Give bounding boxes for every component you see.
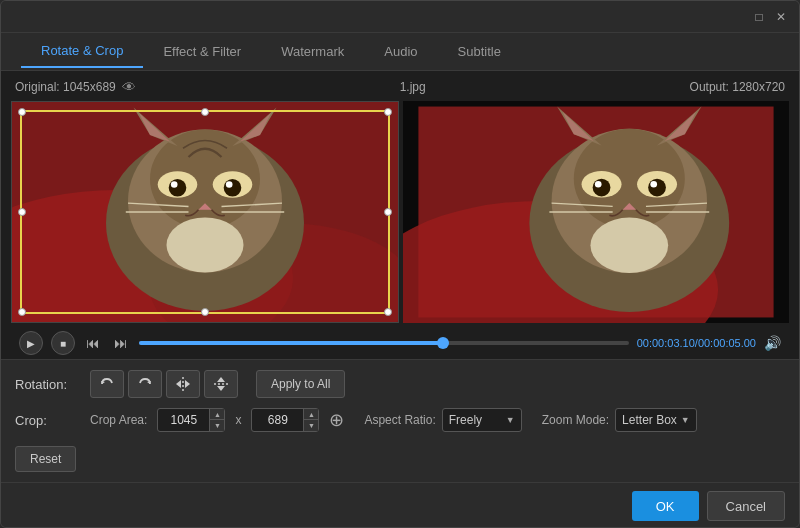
video-info-left: Original: 1045x689 👁 bbox=[15, 79, 136, 95]
filename-label: 1.jpg bbox=[400, 80, 426, 94]
crop-height-up[interactable]: ▲ bbox=[304, 409, 318, 420]
ok-button[interactable]: OK bbox=[632, 491, 699, 521]
aspect-ratio-value: Freely bbox=[449, 413, 482, 427]
crop-height-down[interactable]: ▼ bbox=[304, 420, 318, 431]
zoom-mode-select[interactable]: Letter Box ▼ bbox=[615, 408, 697, 432]
controls-area: Rotation: bbox=[1, 359, 799, 482]
output-size-label: Output: 1280x720 bbox=[690, 80, 785, 94]
play-icon: ▶ bbox=[27, 338, 35, 349]
aspect-ratio-label: Aspect Ratio: bbox=[364, 413, 435, 427]
eye-icon[interactable]: 👁 bbox=[122, 79, 136, 95]
time-current: 00:00:03.10 bbox=[637, 337, 695, 349]
volume-icon[interactable]: 🔊 bbox=[764, 335, 781, 351]
svg-point-31 bbox=[593, 179, 611, 197]
progress-bar[interactable] bbox=[139, 341, 629, 345]
zoom-mode-group: Zoom Mode: Letter Box ▼ bbox=[542, 408, 697, 432]
tab-subtitle[interactable]: Subtitle bbox=[438, 36, 521, 67]
crop-height-group: 689 ▲ ▼ bbox=[251, 408, 319, 432]
svg-marker-51 bbox=[217, 386, 225, 391]
crop-width-down[interactable]: ▼ bbox=[210, 420, 224, 431]
next-icon: ⏭ bbox=[114, 335, 128, 351]
flip-horizontal-button[interactable] bbox=[166, 370, 200, 398]
zoom-mode-label: Zoom Mode: bbox=[542, 413, 609, 427]
svg-point-9 bbox=[169, 179, 187, 197]
crop-area-label: Crop Area: bbox=[90, 413, 147, 427]
tab-audio[interactable]: Audio bbox=[364, 36, 437, 67]
rotate-ccw-button[interactable] bbox=[90, 370, 124, 398]
crop-height-arrows: ▲ ▼ bbox=[303, 409, 318, 431]
next-frame-button[interactable]: ⏭ bbox=[111, 333, 131, 353]
video-area: Original: 1045x689 👁 1.jpg Output: 1280x… bbox=[1, 71, 799, 359]
prev-frame-button[interactable]: ⏮ bbox=[83, 333, 103, 353]
play-button[interactable]: ▶ bbox=[19, 331, 43, 355]
playback-bar: ▶ ■ ⏮ ⏭ 00:00:03.10/00:00:05.00 🔊 bbox=[11, 327, 789, 359]
rotation-label: Rotation: bbox=[15, 377, 80, 392]
titlebar: □ ✕ bbox=[1, 1, 799, 33]
svg-point-28 bbox=[590, 218, 668, 273]
svg-point-6 bbox=[167, 218, 244, 273]
tab-effect-filter[interactable]: Effect & Filter bbox=[143, 36, 261, 67]
svg-point-33 bbox=[595, 181, 602, 188]
main-content: Original: 1045x689 👁 1.jpg Output: 1280x… bbox=[1, 71, 799, 528]
zoom-mode-arrow: ▼ bbox=[681, 415, 690, 425]
zoom-mode-value: Letter Box bbox=[622, 413, 677, 427]
crop-height-value: 689 bbox=[252, 413, 303, 427]
crop-width-up[interactable]: ▲ bbox=[210, 409, 224, 420]
crop-label: Crop: bbox=[15, 413, 80, 428]
cancel-button[interactable]: Cancel bbox=[707, 491, 785, 521]
svg-point-12 bbox=[226, 181, 233, 188]
svg-point-34 bbox=[650, 181, 657, 188]
svg-marker-48 bbox=[185, 380, 190, 388]
x-separator: x bbox=[235, 413, 241, 427]
svg-point-10 bbox=[224, 179, 242, 197]
svg-point-11 bbox=[171, 181, 178, 188]
original-size-label: Original: 1045x689 bbox=[15, 80, 116, 94]
minimize-button[interactable]: □ bbox=[751, 9, 767, 25]
reset-button[interactable]: Reset bbox=[15, 446, 76, 472]
crop-width-arrows: ▲ ▼ bbox=[209, 409, 224, 431]
svg-marker-47 bbox=[176, 380, 181, 388]
video-info-row: Original: 1045x689 👁 1.jpg Output: 1280x… bbox=[11, 77, 789, 97]
tab-rotate-crop[interactable]: Rotate & Crop bbox=[21, 35, 143, 68]
crop-width-input[interactable]: 1045 ▲ ▼ bbox=[157, 408, 225, 432]
video-panel-preview bbox=[403, 101, 789, 323]
prev-icon: ⏮ bbox=[86, 335, 100, 351]
stop-button[interactable]: ■ bbox=[51, 331, 75, 355]
rotate-cw-button[interactable] bbox=[128, 370, 162, 398]
aspect-ratio-arrow: ▼ bbox=[506, 415, 515, 425]
time-total: 00:00:05.00 bbox=[698, 337, 756, 349]
flip-vertical-button[interactable] bbox=[204, 370, 238, 398]
progress-fill bbox=[139, 341, 443, 345]
rotation-row: Rotation: bbox=[15, 370, 785, 398]
apply-to-all-button[interactable]: Apply to All bbox=[256, 370, 345, 398]
tab-watermark[interactable]: Watermark bbox=[261, 36, 364, 67]
svg-marker-50 bbox=[217, 377, 225, 382]
time-display: 00:00:03.10/00:00:05.00 bbox=[637, 337, 756, 349]
reset-row: Reset bbox=[15, 442, 785, 472]
crop-width-value: 1045 bbox=[158, 413, 209, 427]
progress-thumb[interactable] bbox=[437, 337, 449, 349]
crop-height-input[interactable]: 689 ▲ ▼ bbox=[251, 408, 319, 432]
rotation-buttons bbox=[90, 370, 238, 398]
video-panel-source bbox=[11, 101, 399, 323]
stop-icon: ■ bbox=[60, 338, 66, 349]
svg-point-32 bbox=[648, 179, 666, 197]
crop-center-icon[interactable]: ⊕ bbox=[329, 409, 344, 431]
bottom-bar: OK Cancel bbox=[1, 482, 799, 528]
crop-row: Crop: Crop Area: 1045 ▲ ▼ x 689 ▲ ▼ bbox=[15, 408, 785, 432]
tabs-bar: Rotate & Crop Effect & Filter Watermark … bbox=[1, 33, 799, 71]
aspect-ratio-select[interactable]: Freely ▼ bbox=[442, 408, 522, 432]
crop-width-group: 1045 ▲ ▼ bbox=[157, 408, 225, 432]
video-panels bbox=[11, 97, 789, 327]
aspect-ratio-group: Aspect Ratio: Freely ▼ bbox=[364, 408, 521, 432]
close-button[interactable]: ✕ bbox=[773, 9, 789, 25]
